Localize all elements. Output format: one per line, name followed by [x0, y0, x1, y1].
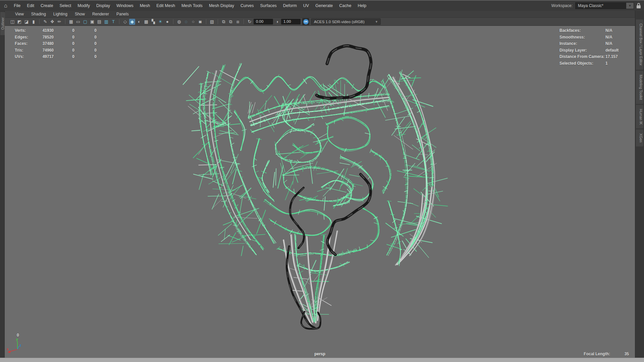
- hud-stat-value: 0: [54, 47, 74, 54]
- shaded-wireframe-icon[interactable]: ◐: [136, 19, 142, 25]
- textured-icon[interactable]: ▩: [143, 19, 149, 25]
- hud-stat-label: Verts:: [15, 27, 36, 34]
- menu-file[interactable]: File: [11, 3, 24, 8]
- pane-layout-four-icon[interactable]: ⧉: [228, 19, 234, 25]
- panel-menu-lighting[interactable]: Lighting: [50, 12, 71, 16]
- menu-display[interactable]: Display: [93, 3, 113, 8]
- maya-window: ⌂ FileEditCreateSelectModifyDisplayWindo…: [0, 0, 644, 362]
- use-all-lights-icon[interactable]: ▚: [150, 19, 156, 25]
- grid-icon[interactable]: ▦: [68, 19, 74, 25]
- pane-layout-single-icon[interactable]: ⧉: [221, 19, 227, 25]
- workspace-selector[interactable]: Maya Classic* ▼: [575, 2, 634, 9]
- menu-mesh-display[interactable]: Mesh Display: [206, 3, 237, 8]
- motion-blur-icon[interactable]: ◌: [183, 19, 189, 25]
- menu-windows[interactable]: Windows: [113, 3, 137, 8]
- menu-mesh-tools[interactable]: Mesh Tools: [178, 3, 206, 8]
- hud-stat-value: 0: [54, 41, 74, 47]
- exposure-icon[interactable]: ↻: [247, 19, 253, 25]
- ambient-occlusion-icon[interactable]: ◍: [176, 19, 182, 25]
- bookmark-icon[interactable]: ▮: [31, 19, 37, 25]
- hud-detail-value: N/A: [605, 41, 619, 47]
- tab-outliner[interactable]: Outliner: [0, 12, 5, 35]
- isolate-select-icon[interactable]: ▧: [209, 19, 215, 25]
- hud-detail-label: Selected Objects:: [559, 60, 605, 67]
- panel-menu-bar: ViewShadingLightingShowRendererPanels: [5, 11, 635, 18]
- menu-surfaces[interactable]: Surfaces: [257, 3, 280, 8]
- menu-help[interactable]: Help: [355, 3, 370, 8]
- toolbar-separator: [218, 19, 218, 24]
- hud-stat-value: 74960: [36, 47, 54, 54]
- chevron-down-icon[interactable]: ▼: [373, 20, 380, 23]
- menu-modify[interactable]: Modify: [74, 3, 93, 8]
- home-icon[interactable]: ⌂: [4, 3, 7, 8]
- menu-create[interactable]: Create: [37, 3, 56, 8]
- shadows-icon[interactable]: ●: [164, 19, 170, 25]
- window-bottom-edge: [0, 358, 644, 362]
- hud-stat-label: UVs:: [15, 54, 36, 60]
- camera-attributes-icon[interactable]: ◪: [23, 19, 30, 25]
- tab-modeling-toolkit[interactable]: Modeling Toolkit: [636, 71, 643, 104]
- menu-mesh[interactable]: Mesh: [137, 3, 153, 8]
- safe-title-icon[interactable]: T: [110, 19, 116, 25]
- viewport[interactable]: Verts:4193000Edges:7852000Faces:3748000T…: [5, 26, 635, 358]
- hud-detail-label: Distance From Camera:: [559, 54, 605, 60]
- tab-human-ik[interactable]: Human IK: [636, 105, 643, 129]
- menu-select[interactable]: Select: [56, 3, 74, 8]
- camera-lock-icon[interactable]: ◩: [16, 19, 22, 25]
- hud-detail-label: Instance:: [559, 41, 605, 47]
- anti-aliasing-icon[interactable]: ○: [190, 19, 196, 25]
- workspace-lock-icon[interactable]: [637, 3, 641, 8]
- hud-stat-row: UVs:4971700: [15, 54, 97, 60]
- tab-xgen[interactable]: XGen: [636, 129, 643, 146]
- tab-channel-box-layer-editor[interactable]: Channel Box / Layer Editor: [636, 19, 643, 70]
- chevron-down-icon[interactable]: ▼: [626, 3, 634, 9]
- field-chart-icon[interactable]: ▤: [96, 19, 102, 25]
- hud-detail-row: Distance From Camera:17.157: [559, 54, 619, 60]
- main-area: Outliner ViewShadingLightingShowRenderer…: [0, 11, 644, 358]
- transform-tool-icon[interactable]: ✥: [49, 19, 55, 25]
- wireframe-icon[interactable]: ◇: [122, 19, 128, 25]
- hud-stat-label: Edges:: [15, 34, 36, 41]
- menu-uv[interactable]: UV: [300, 3, 312, 8]
- menu-deform[interactable]: Deform: [280, 3, 300, 8]
- panel-menu-view[interactable]: View: [11, 12, 28, 16]
- depth-of-field-icon[interactable]: ◙: [197, 19, 203, 25]
- playblast-camera-icon[interactable]: ◫: [9, 19, 15, 25]
- hud-detail-row: Backfaces:N/A: [559, 27, 619, 34]
- panel-menu-panels[interactable]: Panels: [113, 12, 132, 16]
- sculpt-tool-icon[interactable]: ✎: [42, 19, 48, 25]
- resolution-gate-icon[interactable]: ▢: [82, 19, 88, 25]
- gamma-field[interactable]: 1.00: [281, 19, 301, 24]
- hud-stat-value: 0: [74, 54, 97, 60]
- color-management-toggle[interactable]: ON: [302, 18, 309, 25]
- shaded-icon[interactable]: ◆: [129, 19, 135, 25]
- pane-layout-arrange-icon[interactable]: ⧈: [235, 19, 241, 25]
- menu-generate[interactable]: Generate: [312, 3, 336, 8]
- axis-x-label: x: [7, 347, 9, 351]
- paint-tool-icon[interactable]: ✏: [56, 19, 62, 25]
- view-transform-value: ACES 1.0 SDR-video (sRGB): [311, 20, 373, 24]
- viewport-canvas[interactable]: [5, 26, 635, 358]
- object-details-hud: Backfaces:N/ASmoothness:N/AInstance:N/AD…: [559, 27, 619, 67]
- menu-curves[interactable]: Curves: [237, 3, 257, 8]
- hud-detail-label: Backfaces:: [559, 27, 605, 34]
- panel-menu-shading[interactable]: Shading: [28, 12, 50, 16]
- view-transform-dropdown[interactable]: ACES 1.0 SDR-video (sRGB)▼: [311, 18, 381, 25]
- menu-cache[interactable]: Cache: [336, 3, 355, 8]
- hud-stat-value: 49717: [36, 54, 54, 60]
- lighting-icon[interactable]: ☀: [157, 19, 163, 25]
- hud-detail-label: Smoothness:: [559, 34, 605, 41]
- workspace-label: Workspace:: [551, 3, 573, 8]
- hud-stat-row: Edges:7852000: [15, 34, 97, 41]
- gate-mask-icon[interactable]: ▣: [89, 19, 95, 25]
- focal-length-value: 35: [618, 352, 629, 356]
- panel-menu-show[interactable]: Show: [71, 12, 89, 16]
- menu-edit[interactable]: Edit: [24, 3, 38, 8]
- poly-count-hud: Verts:4193000Edges:7852000Faces:3748000T…: [15, 27, 97, 60]
- menu-edit-mesh[interactable]: Edit Mesh: [153, 3, 178, 8]
- contrast-icon[interactable]: ◑: [274, 19, 280, 25]
- image-plane-icon[interactable]: ▥: [103, 19, 109, 25]
- panel-menu-renderer[interactable]: Renderer: [89, 12, 113, 16]
- exposure-field[interactable]: 0.00: [254, 19, 273, 24]
- film-gate-icon[interactable]: ▭: [75, 19, 81, 25]
